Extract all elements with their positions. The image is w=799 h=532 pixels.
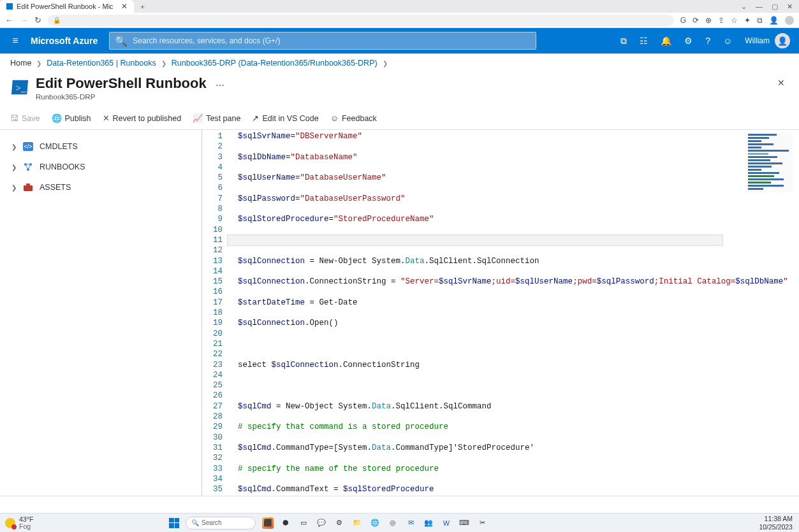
taskbar-clock[interactable]: 11:38 AM 10/25/2023 [759,515,799,530]
user-name: William [745,36,770,45]
breadcrumb-home[interactable]: Home [10,59,31,68]
taskbar-search[interactable]: 🔍 Search [186,517,256,529]
addr-action-icon[interactable]: 👤 [769,16,779,25]
test-pane-button[interactable]: 📈 Test pane [193,113,240,123]
chart-icon: 📈 [193,113,203,123]
window-maximize-button[interactable]: ▢ [772,3,778,11]
window-minimize-button[interactable]: — [756,3,763,11]
blade-close-button[interactable]: ✕ [773,75,789,90]
page-title: Edit PowerShell Runbook [36,75,207,92]
addr-action-icon[interactable]: ☆ [731,16,738,25]
azure-search-input[interactable] [133,36,531,45]
breadcrumb: Home ❯ Data-Retention365 | Runbooks ❯ Ru… [0,54,799,73]
powershell-logo-icon: >_ [10,78,29,97]
terminal-icon[interactable]: ⌨ [458,517,470,529]
addr-action-icon[interactable]: ⟳ [693,16,699,25]
azure-user-menu[interactable]: William 👤 [745,33,790,48]
addr-action-icon[interactable]: ⇪ [718,16,724,25]
save-button[interactable]: 🖫 Save [10,113,40,123]
directory-switch-icon[interactable]: ☷ [640,36,648,46]
task-view-icon[interactable]: ▭ [298,517,309,529]
browser-tab-strip: Edit PowerShell Runbook - Mic ✕ ＋ ⌄ — ▢ … [0,0,799,13]
settings-icon[interactable]: ⚙ [334,517,345,529]
chevron-right-icon: ❯ [11,164,17,171]
code-editor[interactable]: 1234567891011121314151617181920212223242… [202,130,799,496]
nav-back-button[interactable]: ← [5,15,13,25]
settings-gear-icon[interactable]: ⚙ [684,36,693,46]
tree-item-cmdlets[interactable]: ❯ </> CMDLETS [11,136,190,157]
addr-action-icon[interactable]: G [680,16,686,25]
feedback-smiley-icon[interactable]: ☺ [723,36,732,46]
edit-vscode-button[interactable]: ↗ Edit in VS Code [252,113,318,123]
chrome-icon[interactable]: ◎ [387,517,399,529]
addr-action-icon[interactable]: ⧉ [757,16,763,25]
azure-top-bar: ≡ Microsoft Azure 🔍 ⧉ ☷ 🔔 ⚙ ? ☺ William … [0,28,799,54]
tab-close-icon[interactable]: ✕ [121,2,128,11]
teams-icon[interactable]: 👥 [423,517,434,529]
file-explorer-icon[interactable]: 📁 [351,517,363,529]
editor-toolbar: 🖫 Save 🌐 Publish ✕ Revert to published 📈… [0,107,799,130]
save-icon: 🖫 [10,113,18,123]
svg-text:>_: >_ [15,83,26,93]
url-field[interactable]: 🔒 [48,15,674,26]
breadcrumb-separator-icon: ❯ [161,60,166,67]
breadcrumb-item[interactable]: Runbook365-DRP (Data-Retention365/Runboo… [172,59,378,68]
svg-rect-5 [24,185,33,191]
code-content[interactable]: $sqlSvrName="DBServerName"$sqlDbName="Da… [228,130,788,496]
new-tab-button[interactable]: ＋ [134,2,151,11]
chevron-right-icon: ❯ [11,184,17,191]
nav-reload-button[interactable]: ↻ [34,15,41,25]
breadcrumb-separator-icon: ❯ [36,60,41,67]
more-options-button[interactable]: ⋯ [216,80,224,90]
taskbar-center: 🔍 Search ⬛ ⬢ ▭ 💬 ⚙ 📁 🌐 ◎ ✉ 👥 W ⌨ ✂ [169,517,488,529]
search-icon: 🔍 [191,519,199,526]
globe-icon: 🌐 [52,113,62,123]
tree-item-runbooks[interactable]: ❯ RUNBOOKS [11,157,190,177]
open-external-icon: ↗ [252,113,259,123]
line-number-gutter: 1234567891011121314151617181920212223242… [202,130,228,496]
chevron-down-icon[interactable]: ⌄ [741,3,747,11]
edge-icon[interactable]: 🌐 [369,517,381,529]
left-panel: ❯ </> CMDLETS ❯ RUNBOOKS ❯ ASSETS [0,130,202,496]
browser-address-bar: ← → ↻ 🔒 G⟳⊕⇪☆✦⧉👤 [0,13,799,28]
nav-forward-button[interactable]: → [20,15,28,25]
weather-icon [5,518,15,528]
publish-button[interactable]: 🌐 Publish [52,113,91,123]
lock-icon: 🔒 [53,17,61,24]
discard-icon: ✕ [103,113,110,123]
minimap[interactable] [747,133,793,192]
azure-brand[interactable]: Microsoft Azure [31,36,109,46]
start-button[interactable] [169,518,179,528]
search-icon: 🔍 [115,35,128,47]
window-close-button[interactable]: ✕ [787,3,793,11]
word-icon[interactable]: W [441,517,452,529]
taskbar-app-icon[interactable]: ⬛ [262,517,274,529]
azure-favicon-icon [6,3,13,10]
taskbar-weather[interactable]: 43°F Fog [0,516,33,529]
addr-action-icon[interactable]: ✦ [744,16,751,25]
breadcrumb-item[interactable]: Data-Retention365 | Runbooks [47,59,156,68]
azure-search[interactable]: 🔍 [109,32,536,50]
help-icon[interactable]: ? [705,36,710,46]
outlook-icon[interactable]: ✉ [405,517,416,529]
runbooks-icon [23,162,33,171]
chat-icon[interactable]: 💬 [316,517,327,529]
snipping-tool-icon[interactable]: ✂ [476,517,488,529]
chevron-right-icon: ❯ [11,143,17,150]
tab-title: Edit PowerShell Runbook - Mic [17,3,114,10]
browser-tab[interactable]: Edit PowerShell Runbook - Mic ✕ [0,0,134,13]
tree-item-assets[interactable]: ❯ ASSETS [11,177,190,198]
notifications-icon[interactable]: 🔔 [661,36,671,46]
hamburger-menu-button[interactable]: ≡ [0,35,31,47]
addr-action-icon[interactable]: ⊕ [705,16,712,25]
cmdlets-icon: </> [23,142,33,151]
breadcrumb-separator-icon: ❯ [383,60,388,67]
user-avatar-icon: 👤 [775,33,790,48]
page-header: >_ Edit PowerShell Runbook Runbook365-DR… [0,73,799,107]
cloud-shell-icon[interactable]: ⧉ [620,36,627,47]
copilot-icon[interactable]: ⬢ [280,517,291,529]
profile-avatar-icon[interactable] [785,16,794,25]
revert-button[interactable]: ✕ Revert to published [103,113,182,123]
feedback-button[interactable]: ☺ Feedback [330,113,377,123]
assets-toolbox-icon [23,183,33,192]
